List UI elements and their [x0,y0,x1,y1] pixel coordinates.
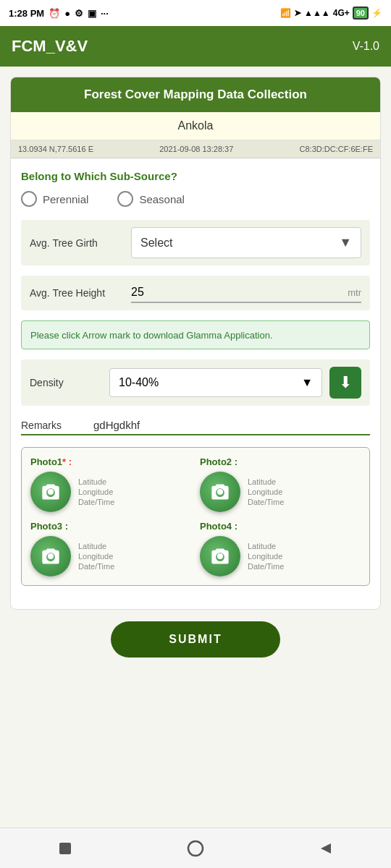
radio-circle-perennial [21,191,37,207]
photo4-latitude: Latitude [248,542,284,550]
photo4-label: Photo4 : [200,521,361,532]
location-name-row: Ankola [11,112,380,140]
photo3-item: Photo3 : Latitude Longitu [30,521,191,576]
app-header: FCM_V&V V-1.0 [0,26,391,67]
wifi-icon: 📶 [280,8,291,18]
alert-text: Please click Arrow mark to download Glam… [30,330,273,341]
remarks-label: Remarks [21,420,93,431]
remarks-row: Remarks [21,416,370,435]
photo2-content: Latitude Longitude Date/Time [200,472,361,512]
bottom-nav [0,827,391,868]
svg-rect-0 [59,843,71,854]
submit-area: SUBMIT [10,610,381,672]
radio-circle-seasonal [117,191,133,207]
avg-tree-girth-field: Avg. Tree Girth Select ▼ [21,220,370,265]
download-button[interactable]: ⬇ [329,367,361,399]
photo2-longitude: Longitude [248,488,284,496]
photo2-datetime: Date/Time [248,498,284,506]
signal-icon: ▲▲▲ [304,8,330,18]
photo4-camera-button[interactable] [200,536,240,576]
photo2-item: Photo2 : Latitude Longitu [200,456,361,512]
avg-tree-girth-value: Select [140,237,172,250]
avg-tree-height-label: Avg. Tree Height [30,287,131,299]
charging-icon: ⚡ [371,8,382,18]
radio-label-perennial: Perennial [43,193,88,205]
subsource-radio-group: Perennial Seasonal [21,191,370,207]
nav-square-button[interactable] [55,838,75,859]
radio-seasonal[interactable]: Seasonal [117,191,185,207]
avg-tree-height-input[interactable] [131,283,343,302]
status-left: 1:28 PM ⏰ ● ⚙ ▣ ··· [9,8,109,19]
photo4-longitude: Longitude [248,552,284,561]
photo1-content: Latitude Longitude Date/Time [30,472,191,512]
coordinates: 13.0934 N,77.5616 E [18,145,93,153]
photo3-camera-button[interactable] [30,536,71,576]
avg-tree-girth-label: Avg. Tree Girth [30,237,131,249]
settings-icon: ⚙ [75,8,83,19]
tree-height-input-wrapper: mtr [131,283,361,303]
device-id: C8:3D:DC:CF:6E:FE [300,145,373,153]
photo1-item: Photo1* : Latitude Longit [30,456,191,512]
photo3-content: Latitude Longitude Date/Time [30,536,191,576]
whatsapp-icon: ● [64,8,70,19]
status-right: 📶 ➤ ▲▲▲ 4G+ 90 ⚡ [280,7,382,20]
photo4-meta: Latitude Longitude Date/Time [248,542,284,571]
photo3-latitude: Latitude [78,542,114,550]
photo3-longitude: Longitude [78,552,114,561]
photo3-datetime: Date/Time [78,562,114,571]
form-body: Belong to Which Sub-Source? Perennial Se… [11,158,380,609]
sim-icon: ▣ [88,8,96,19]
app-title: FCM_V&V [12,37,88,56]
lte-icon: 4G+ [333,8,350,18]
alert-bar: Please click Arrow mark to download Glam… [21,320,370,349]
nav-home-button[interactable] [185,838,206,859]
radio-label-seasonal: Seasonal [139,193,185,205]
photo2-latitude: Latitude [248,477,284,486]
density-select[interactable]: 10-40% ▼ [109,368,322,397]
density-row: Density 10-40% ▼ ⬇ [21,359,370,406]
photo4-item: Photo4 : Latitude Longitu [200,521,361,576]
density-label: Density [30,377,102,388]
remarks-input[interactable] [93,419,370,431]
avg-tree-height-field: Avg. Tree Height mtr [21,276,370,310]
nav-back-button[interactable] [316,838,336,859]
app-version: V-1.0 [353,40,379,53]
more-icon: ··· [101,8,109,19]
time-display: 1:28 PM [9,8,44,19]
photo1-latitude: Latitude [78,477,114,486]
submit-button[interactable]: SUBMIT [111,621,279,658]
datetime-display: 2021-09-08 13:28:37 [159,145,233,153]
subsource-label: Belong to Which Sub-Source? [21,170,370,182]
alarm-icon: ⏰ [49,8,60,19]
form-card: Forest Cover Mapping Data Collection Ank… [10,77,381,610]
photo2-meta: Latitude Longitude Date/Time [248,477,284,506]
download-arrow-icon: ⬇ [339,375,352,391]
avg-tree-girth-select[interactable]: Select ▼ [131,227,361,258]
photo1-required-marker: * : [62,456,72,467]
svg-point-1 [188,841,203,856]
photo1-label: Photo1* : [30,456,191,467]
main-content: Forest Cover Mapping Data Collection Ank… [0,67,391,827]
status-bar: 1:28 PM ⏰ ● ⚙ ▣ ··· 📶 ➤ ▲▲▲ 4G+ 90 ⚡ [0,0,391,26]
avg-tree-girth-control: Select ▼ [131,227,361,258]
photo2-label: Photo2 : [200,456,361,467]
photo4-datetime: Date/Time [248,562,284,571]
location-icon: ➤ [294,8,301,18]
photo1-camera-button[interactable] [30,472,71,512]
height-unit: mtr [348,287,361,298]
form-title: Forest Cover Mapping Data Collection [84,88,307,101]
photo1-longitude: Longitude [78,488,114,496]
photos-section: Photo1* : Latitude Longit [21,447,370,586]
density-dropdown-arrow-icon: ▼ [301,376,313,389]
photos-grid: Photo1* : Latitude Longit [30,456,361,576]
location-name: Ankola [178,119,214,132]
photo2-camera-button[interactable] [200,472,240,512]
radio-perennial[interactable]: Perennial [21,191,88,207]
photo1-meta: Latitude Longitude Date/Time [78,477,114,506]
photo1-datetime: Date/Time [78,498,114,506]
photo3-meta: Latitude Longitude Date/Time [78,542,114,571]
photo3-label: Photo3 : [30,521,191,532]
svg-marker-2 [321,843,331,854]
density-value: 10-40% [119,376,159,389]
battery-indicator: 90 [353,7,369,20]
